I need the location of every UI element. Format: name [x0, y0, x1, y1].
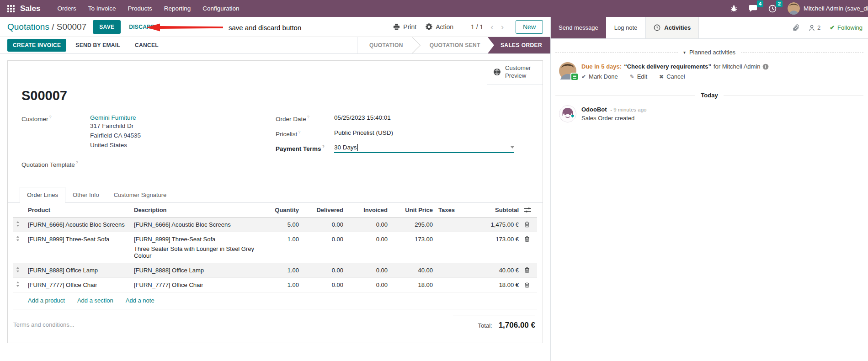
column-product[interactable]: Product — [25, 203, 131, 218]
print-button[interactable]: Print — [393, 23, 416, 31]
log-note-button[interactable]: Log note — [606, 17, 646, 38]
drag-handle-icon[interactable] — [13, 217, 25, 232]
delete-line-button[interactable] — [522, 232, 537, 263]
debug-bug-icon[interactable] — [730, 5, 738, 12]
order-line-row[interactable]: [FURN_8999] Three-Seat Sofa [FURN_8999] … — [13, 232, 537, 263]
cell-quantity[interactable]: 1.00 — [261, 232, 302, 263]
cell-invoiced[interactable]: 0.00 — [346, 217, 390, 232]
pricelist-value[interactable]: Public Pricelist (USD) — [334, 129, 393, 138]
save-button[interactable]: SAVE — [93, 20, 121, 34]
cell-quantity[interactable]: 1.00 — [261, 277, 302, 292]
cell-description[interactable]: [FURN_7777] Office Chair — [131, 277, 261, 292]
cell-unit-price[interactable]: 173.00 — [390, 232, 436, 263]
cell-invoiced[interactable]: 0.00 — [346, 232, 390, 263]
following-button[interactable]: ✔ Following — [830, 24, 863, 31]
menu-reporting[interactable]: Reporting — [158, 0, 197, 17]
tab-other-info[interactable]: Other Info — [65, 187, 107, 203]
cell-delivered[interactable]: 0.00 — [302, 217, 346, 232]
cell-unit-price[interactable]: 18.00 — [390, 277, 436, 292]
cell-taxes[interactable] — [436, 232, 468, 263]
cell-product[interactable]: [FURN_6666] Acoustic Bloc Screens — [25, 217, 131, 232]
cell-description[interactable]: [FURN_8888] Office Lamp — [131, 263, 261, 277]
send-by-email-button[interactable]: SEND BY EMAIL — [70, 39, 126, 52]
cell-invoiced[interactable]: 0.00 — [346, 263, 390, 277]
send-message-button[interactable]: Send message — [551, 17, 606, 38]
tab-customer-signature[interactable]: Customer Signature — [107, 187, 174, 203]
menu-to-invoice[interactable]: To Invoice — [82, 0, 122, 17]
cell-quantity[interactable]: 5.00 — [261, 217, 302, 232]
statusbar-step-quotation-sent[interactable]: QUOTATION SENT — [422, 37, 488, 53]
customer-preview-button[interactable]: Customer Preview — [487, 61, 543, 85]
edit-activity-button[interactable]: ✎Edit — [630, 73, 647, 80]
column-unit-price[interactable]: Unit Price — [390, 203, 436, 218]
top-navbar: Sales Orders To Invoice Products Reporti… — [0, 0, 868, 17]
delete-line-button[interactable] — [522, 277, 537, 292]
statusbar-step-quotation[interactable]: QUOTATION — [362, 37, 410, 53]
cell-delivered[interactable]: 0.00 — [302, 263, 346, 277]
cell-description[interactable]: [FURN_6666] Acoustic Bloc Screens — [131, 217, 261, 232]
message-author[interactable]: OdooBot — [581, 106, 607, 113]
cell-taxes[interactable] — [436, 263, 468, 277]
drag-handle-icon[interactable] — [13, 263, 25, 277]
delete-line-button[interactable] — [522, 217, 537, 232]
activity-clock-icon[interactable]: 2 — [768, 5, 777, 13]
add-a-product-link[interactable]: Add a product — [28, 297, 65, 304]
cancel-button[interactable]: CANCEL — [129, 39, 164, 52]
activities-tab[interactable]: Activities — [645, 17, 699, 38]
messages-icon[interactable]: 4 — [749, 5, 757, 12]
breadcrumb-quotations-link[interactable]: Quotations — [7, 22, 49, 32]
cell-product[interactable]: [FURN_8888] Office Lamp — [25, 263, 131, 277]
planned-activities-toggle[interactable]: ▾ Planned activities — [555, 49, 863, 56]
cell-taxes[interactable] — [436, 277, 468, 292]
tab-order-lines[interactable]: Order Lines — [20, 187, 65, 203]
add-a-section-link[interactable]: Add a section — [77, 297, 113, 304]
mark-done-button[interactable]: ✔Mark Done — [581, 73, 618, 80]
order-date-value[interactable]: 05/25/2023 15:40:01 — [334, 114, 391, 122]
pager-next-icon[interactable]: › — [501, 22, 504, 31]
cell-delivered[interactable]: 0.00 — [302, 277, 346, 292]
delete-line-button[interactable] — [522, 263, 537, 277]
cell-product[interactable]: [FURN_8999] Three-Seat Sofa — [25, 232, 131, 263]
menu-orders[interactable]: Orders — [51, 0, 82, 17]
column-delivered[interactable]: Delivered — [302, 203, 346, 218]
order-line-row[interactable]: [FURN_8888] Office Lamp [FURN_8888] Offi… — [13, 263, 537, 277]
cell-unit-price[interactable]: 40.00 — [390, 263, 436, 277]
column-quantity[interactable]: Quantity — [261, 203, 302, 218]
attachments-button[interactable] — [793, 24, 799, 32]
cell-invoiced[interactable]: 0.00 — [346, 277, 390, 292]
terms-and-conditions-input[interactable]: Terms and conditions... — [13, 315, 453, 330]
column-subtotal[interactable]: Subtotal — [468, 203, 522, 218]
order-line-row[interactable]: [FURN_7777] Office Chair [FURN_7777] Off… — [13, 277, 537, 292]
column-taxes[interactable]: Taxes — [436, 203, 468, 218]
payment-terms-input[interactable]: 30 Days — [334, 144, 514, 153]
drag-handle-icon[interactable] — [13, 232, 25, 263]
cell-product[interactable]: [FURN_7777] Office Chair — [25, 277, 131, 292]
followers-button[interactable]: 2 — [809, 24, 820, 31]
column-description[interactable]: Description — [131, 203, 261, 218]
user-menu[interactable]: Mitchell Admin (save_discar — [788, 2, 868, 15]
apps-grid-icon[interactable] — [7, 5, 15, 12]
cell-taxes[interactable] — [436, 217, 468, 232]
cell-quantity[interactable]: 1.00 — [261, 263, 302, 277]
cell-delivered[interactable]: 0.00 — [302, 232, 346, 263]
app-title[interactable]: Sales — [20, 4, 40, 13]
drag-handle-icon[interactable] — [13, 277, 25, 292]
add-a-note-link[interactable]: Add a note — [126, 297, 154, 304]
cell-unit-price[interactable]: 295.00 — [390, 217, 436, 232]
cell-description[interactable]: [FURN_8999] Three-Seat SofaThree Seater … — [131, 232, 261, 263]
dropdown-caret-icon[interactable] — [511, 146, 514, 149]
create-invoice-button[interactable]: CREATE INVOICE — [7, 39, 66, 52]
menu-configuration[interactable]: Configuration — [197, 0, 245, 17]
cancel-activity-button[interactable]: ✖Cancel — [659, 73, 685, 80]
pager-previous-icon[interactable]: ‹ — [490, 22, 493, 31]
column-invoiced[interactable]: Invoiced — [346, 203, 390, 218]
customer-link[interactable]: Gemini Furniture — [90, 114, 141, 121]
statusbar-step-sales-order[interactable]: SALES ORDER — [488, 37, 550, 53]
action-button[interactable]: Action — [426, 23, 453, 31]
order-line-row[interactable]: [FURN_6666] Acoustic Bloc Screens [FURN_… — [13, 217, 537, 232]
info-icon[interactable] — [762, 64, 769, 70]
new-button[interactable]: New — [516, 20, 543, 34]
menu-products[interactable]: Products — [122, 0, 158, 17]
discard-button[interactable]: DISCARD — [129, 24, 155, 30]
optional-columns-button[interactable] — [522, 203, 537, 218]
